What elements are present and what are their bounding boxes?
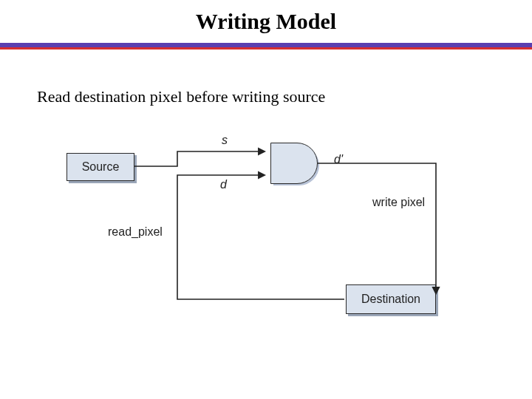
- subtitle-text: Read destination pixel before writing so…: [37, 87, 325, 106]
- signal-d-label: d: [220, 178, 227, 191]
- read-pixel-label: read_pixel: [108, 225, 163, 239]
- signal-s-label: s: [222, 134, 228, 147]
- writing-model-diagram: Source Destination s d d' read: [66, 137, 480, 329]
- signal-dprime-label: d': [334, 153, 343, 166]
- page-title: Writing Model: [0, 9, 532, 34]
- divider-red: [0, 47, 532, 50]
- slide: Writing Model Read destination pixel bef…: [0, 0, 532, 399]
- write-pixel-label: write pixel: [372, 196, 425, 209]
